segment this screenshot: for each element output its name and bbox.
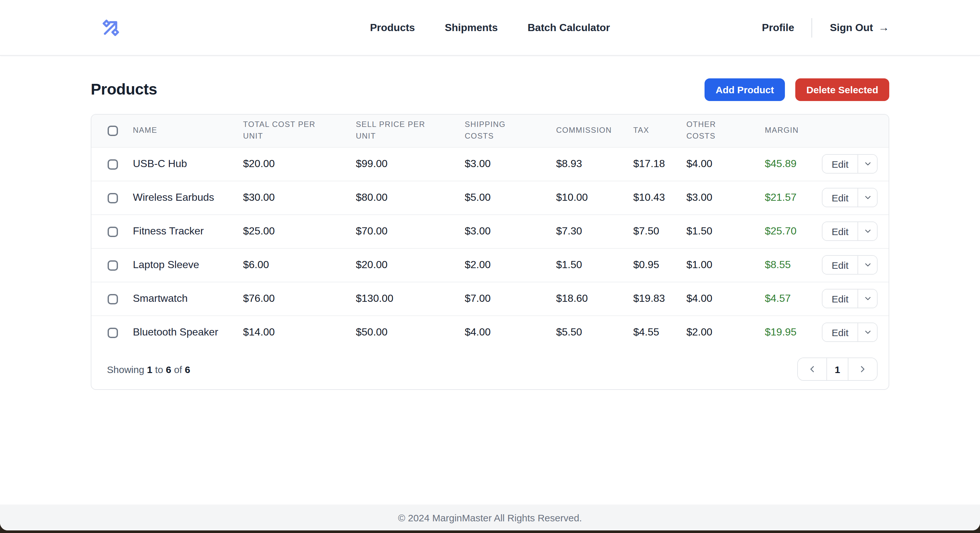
row-checkbox[interactable] xyxy=(108,227,118,237)
app-window: Products Shipments Batch Calculator Prof… xyxy=(0,0,980,530)
chevron-down-icon[interactable] xyxy=(858,256,877,274)
table-row: Wireless Earbuds $30.00 $80.00 $5.00 $10… xyxy=(91,181,889,214)
showing-summary: Showing 1 to 6 of 6 xyxy=(107,364,190,374)
shipping-value: $7.00 xyxy=(465,282,556,316)
main-content: Products Add Product Delete Selected xyxy=(91,78,889,390)
nav-item-batch-calculator[interactable]: Batch Calculator xyxy=(528,22,610,33)
margin-value: $8.55 xyxy=(765,248,819,282)
sell-price-value: $20.00 xyxy=(356,248,465,282)
sell-price-value: $99.00 xyxy=(356,147,465,181)
chevron-down-icon[interactable] xyxy=(858,155,877,173)
product-name: USB-C Hub xyxy=(133,147,243,181)
edit-button[interactable]: Edit xyxy=(822,324,858,342)
row-checkbox[interactable] xyxy=(108,294,118,305)
nav-item-profile[interactable]: Profile xyxy=(762,22,794,33)
sell-price-value: $80.00 xyxy=(356,181,465,214)
arrow-right-icon: → xyxy=(878,21,889,34)
margin-value: $4.57 xyxy=(765,282,819,316)
product-name: Wireless Earbuds xyxy=(133,181,243,214)
total-cost-value: $25.00 xyxy=(243,214,356,248)
chevron-down-icon[interactable] xyxy=(858,289,877,308)
previous-page-button[interactable] xyxy=(798,358,826,380)
product-name: Fitness Tracker xyxy=(133,214,243,248)
tax-value: $4.55 xyxy=(633,316,686,349)
nav-right-group: Profile Sign Out → xyxy=(762,18,889,37)
tax-value: $0.95 xyxy=(633,248,686,282)
edit-button-group: Edit xyxy=(822,289,878,308)
margin-value: $19.95 xyxy=(765,316,819,349)
column-header-margin: Margin xyxy=(765,115,819,147)
edit-button[interactable]: Edit xyxy=(822,189,858,206)
commission-value: $10.00 xyxy=(556,181,633,214)
nav-item-shipments[interactable]: Shipments xyxy=(445,22,498,33)
edit-button[interactable]: Edit xyxy=(822,256,858,274)
chevron-down-icon[interactable] xyxy=(858,189,877,206)
edit-button-group: Edit xyxy=(822,154,878,174)
other-costs-value: $1.00 xyxy=(686,248,765,282)
total-cost-value: $20.00 xyxy=(243,147,356,181)
nav-item-products[interactable]: Products xyxy=(370,22,415,33)
table-row: Smartwatch $76.00 $130.00 $7.00 $18.60 $… xyxy=(91,282,889,316)
row-checkbox[interactable] xyxy=(108,193,118,203)
products-table-card: Name Total Cost Per Unit Sell Price Per … xyxy=(91,114,889,390)
copyright-text: © 2024 MarginMaster All Rights Reserved. xyxy=(398,512,582,523)
pagination-control: 1 xyxy=(797,357,878,381)
edit-button[interactable]: Edit xyxy=(822,155,858,173)
row-checkbox[interactable] xyxy=(108,260,118,271)
other-costs-value: $4.00 xyxy=(686,282,765,316)
edit-button[interactable]: Edit xyxy=(822,289,858,308)
sign-out-label: Sign Out xyxy=(830,22,873,33)
edit-button-group: Edit xyxy=(822,222,878,241)
chevron-left-icon xyxy=(807,364,817,374)
shipping-value: $3.00 xyxy=(465,214,556,248)
current-page-button[interactable]: 1 xyxy=(826,358,848,380)
other-costs-value: $3.00 xyxy=(686,181,765,214)
chevron-down-icon[interactable] xyxy=(858,222,877,240)
table-row: USB-C Hub $20.00 $99.00 $3.00 $8.93 $17.… xyxy=(91,147,889,181)
showing-total: 6 xyxy=(185,364,190,374)
commission-value: $1.50 xyxy=(556,248,633,282)
product-name: Bluetooth Speaker xyxy=(133,316,243,349)
total-cost-value: $76.00 xyxy=(243,282,356,316)
margin-value: $45.89 xyxy=(765,147,819,181)
table-row: Bluetooth Speaker $14.00 $50.00 $4.00 $5… xyxy=(91,316,889,349)
total-cost-value: $14.00 xyxy=(243,316,356,349)
row-checkbox[interactable] xyxy=(108,328,118,338)
sell-price-value: $70.00 xyxy=(356,214,465,248)
edit-button[interactable]: Edit xyxy=(822,222,858,240)
brand-logo[interactable] xyxy=(101,18,121,37)
shipping-value: $4.00 xyxy=(465,316,556,349)
commission-value: $18.60 xyxy=(556,282,633,316)
column-header-commission: Commission xyxy=(556,115,633,147)
delete-selected-button[interactable]: Delete Selected xyxy=(795,78,889,101)
chevron-down-icon[interactable] xyxy=(858,324,877,342)
column-header-actions xyxy=(819,115,889,147)
other-costs-value: $1.50 xyxy=(686,214,765,248)
main-nav: Products Shipments Batch Calculator xyxy=(370,22,610,33)
site-footer: © 2024 MarginMaster All Rights Reserved. xyxy=(0,504,980,530)
column-header-name: Name xyxy=(133,115,243,147)
commission-value: $7.30 xyxy=(556,214,633,248)
row-checkbox[interactable] xyxy=(108,159,118,170)
next-page-button[interactable] xyxy=(848,358,877,380)
edit-button-group: Edit xyxy=(822,323,878,342)
edit-button-group: Edit xyxy=(822,255,878,274)
column-header-other-costs: Other Costs xyxy=(686,115,765,147)
margin-value: $21.57 xyxy=(765,181,819,214)
header-actions: Add Product Delete Selected xyxy=(705,78,889,101)
page-title: Products xyxy=(91,80,157,98)
table-row: Laptop Sleeve $6.00 $20.00 $2.00 $1.50 $… xyxy=(91,248,889,282)
add-product-button[interactable]: Add Product xyxy=(705,78,785,101)
select-all-checkbox[interactable] xyxy=(108,125,118,136)
shipping-value: $5.00 xyxy=(465,181,556,214)
page-header: Products Add Product Delete Selected xyxy=(91,78,889,101)
product-name: Laptop Sleeve xyxy=(133,248,243,282)
nav-divider xyxy=(812,18,813,37)
sign-out-button[interactable]: Sign Out → xyxy=(830,21,889,34)
commission-value: $5.50 xyxy=(556,316,633,349)
showing-from: 1 xyxy=(147,364,152,374)
total-cost-value: $30.00 xyxy=(243,181,356,214)
table-row: Fitness Tracker $25.00 $70.00 $3.00 $7.3… xyxy=(91,214,889,248)
tax-value: $7.50 xyxy=(633,214,686,248)
tax-value: $10.43 xyxy=(633,181,686,214)
